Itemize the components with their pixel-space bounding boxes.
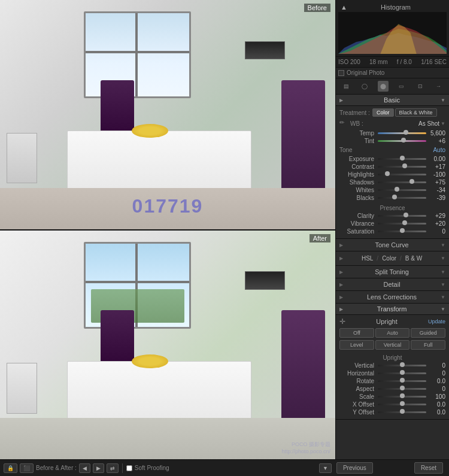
upright-level-btn[interactable]: Level xyxy=(339,340,374,350)
transform-vertical-value: 0 xyxy=(427,362,445,369)
before-after-nav2[interactable]: ▶ xyxy=(93,463,104,473)
transform-rotate-thumb[interactable] xyxy=(400,378,405,383)
transform-yoffset-track[interactable] xyxy=(378,411,426,413)
saturation-label: Saturation xyxy=(339,228,377,235)
tool-arrow-right[interactable]: → xyxy=(433,81,444,92)
before-after-swap[interactable]: ⇄ xyxy=(107,463,119,473)
transform-horizontal-track[interactable] xyxy=(378,372,426,374)
histogram-title: Histogram xyxy=(381,4,411,11)
hsl-section[interactable]: ▶ HSL / Color / B & W ▼ xyxy=(336,251,449,266)
treatment-bw-btn[interactable]: Black & White xyxy=(395,108,437,117)
highlights-track[interactable] xyxy=(378,174,426,175)
blacks-thumb[interactable] xyxy=(392,195,397,199)
wb-row: ✏ WB : As Shot ▼ xyxy=(339,119,445,128)
transform-horizontal-thumb[interactable] xyxy=(400,370,405,375)
whites-slider-row: Whites -34 xyxy=(339,187,445,193)
temp-label: Temp xyxy=(339,130,377,137)
separator xyxy=(122,463,123,473)
upright-auto-btn[interactable]: Auto xyxy=(375,328,410,338)
lens-corrections-label: Lens Corrections xyxy=(367,293,417,301)
reset-btn[interactable]: Reset xyxy=(414,462,443,474)
highlights-thumb[interactable] xyxy=(385,171,390,176)
before-photo: Before 017719 xyxy=(0,0,335,229)
saturation-track[interactable] xyxy=(378,231,426,232)
histogram-section: ▲ Histogram xyxy=(336,0,449,57)
transform-scale-track[interactable] xyxy=(378,396,426,398)
blacks-track[interactable] xyxy=(378,197,426,199)
tool-rect[interactable]: ▭ xyxy=(396,81,407,92)
shadows-track[interactable] xyxy=(378,181,426,183)
detail-section[interactable]: ▶ Detail ▼ xyxy=(336,278,449,291)
vibrance-value: +20 xyxy=(427,220,445,227)
vibrance-thumb[interactable] xyxy=(402,220,407,225)
eyedropper-icon[interactable]: ✏ xyxy=(339,119,348,128)
color-label[interactable]: Color xyxy=(382,255,396,262)
clarity-thumb[interactable] xyxy=(404,213,408,217)
treatment-color-btn[interactable]: Color xyxy=(372,108,394,117)
vibrance-track[interactable] xyxy=(378,223,426,225)
tone-curve-section[interactable]: ▶ Tone Curve ▼ xyxy=(336,239,449,251)
lock-btn[interactable]: 🔒 xyxy=(4,463,17,473)
expand-btn[interactable]: ▼ xyxy=(319,463,332,473)
exposure-thumb[interactable] xyxy=(400,156,405,160)
transform-xoffset-track[interactable] xyxy=(378,404,426,405)
exposure-value: 0.00 xyxy=(427,156,445,162)
before-after-btn1[interactable]: ⬛ xyxy=(20,463,34,473)
transform-xoffset-thumb[interactable] xyxy=(400,401,405,406)
tone-curve-left: ▶ xyxy=(339,242,343,248)
hsl-left: ▶ xyxy=(339,256,343,261)
split-toning-expand-icon: ▶ xyxy=(339,269,343,275)
transform-aspect-track[interactable] xyxy=(378,388,426,390)
transform-scale-label: Scale xyxy=(339,393,377,400)
lens-corrections-section[interactable]: ▶ Lens Corrections ▼ xyxy=(336,291,449,304)
contrast-track[interactable] xyxy=(378,166,426,168)
transform-vertical-thumb[interactable] xyxy=(400,362,405,367)
hsl-label[interactable]: HSL xyxy=(362,255,373,262)
contrast-slider-row: Contrast +17 xyxy=(339,163,445,170)
transform-xoffset-label: X Offset xyxy=(339,401,377,408)
transform-expand: ▼ xyxy=(441,307,445,312)
tone-curve-chevron: ▼ xyxy=(441,242,445,248)
tool-histogram[interactable]: ▤ xyxy=(341,81,351,92)
transform-yoffset-thumb[interactable] xyxy=(400,409,405,414)
highlights-slider-row: Highlights -100 xyxy=(339,171,445,178)
transform-scale-thumb[interactable] xyxy=(400,393,405,398)
saturation-thumb[interactable] xyxy=(400,228,405,233)
lens-expand-icon: ▶ xyxy=(339,295,343,300)
whites-thumb[interactable] xyxy=(395,187,399,192)
saturation-value: 0 xyxy=(427,228,445,235)
tool-crop[interactable]: ⊡ xyxy=(415,81,426,92)
temp-thumb[interactable] xyxy=(404,130,408,135)
split-toning-section[interactable]: ▶ Split Toning ▼ xyxy=(336,266,449,278)
upright-vertical-btn[interactable]: Vertical xyxy=(375,340,410,350)
shadows-thumb[interactable] xyxy=(409,179,414,184)
previous-btn[interactable]: Previous xyxy=(336,462,373,474)
transform-rotate-track[interactable] xyxy=(378,380,426,382)
tone-auto-btn[interactable]: Auto xyxy=(433,147,445,153)
tint-track[interactable] xyxy=(378,140,426,142)
hsl-chevron: ▼ xyxy=(441,256,445,261)
exposure-track[interactable] xyxy=(378,158,426,160)
whites-track[interactable] xyxy=(378,189,426,191)
transform-aspect-thumb[interactable] xyxy=(400,386,405,390)
temp-track[interactable] xyxy=(378,132,426,134)
clarity-track[interactable] xyxy=(378,215,426,217)
tool-dot[interactable]: ⬤ xyxy=(378,81,389,92)
upright-guided-btn[interactable]: Guided xyxy=(411,328,445,338)
tint-thumb[interactable] xyxy=(401,138,406,143)
shadows-value: +75 xyxy=(427,179,445,186)
bw-label[interactable]: B & W xyxy=(405,255,422,262)
tool-circle[interactable]: ◯ xyxy=(359,81,370,92)
before-after-nav1[interactable]: ◀ xyxy=(79,463,90,473)
after-label: After xyxy=(310,234,330,242)
upright-off-btn[interactable]: Off xyxy=(339,328,374,338)
contrast-thumb[interactable] xyxy=(402,163,407,168)
transform-section-header[interactable]: ▶ Transform ▼ xyxy=(336,304,449,315)
soft-proofing-checkbox[interactable] xyxy=(126,465,132,471)
original-photo-checkbox[interactable] xyxy=(338,70,344,76)
transform-vertical-track[interactable] xyxy=(378,365,426,366)
upright-full-btn[interactable]: Full xyxy=(411,340,445,350)
basic-section-header[interactable]: ▶ Basic ▼ xyxy=(336,95,449,106)
wb-dropdown-icon[interactable]: ▼ xyxy=(441,121,445,126)
update-btn[interactable]: Update xyxy=(428,319,445,325)
